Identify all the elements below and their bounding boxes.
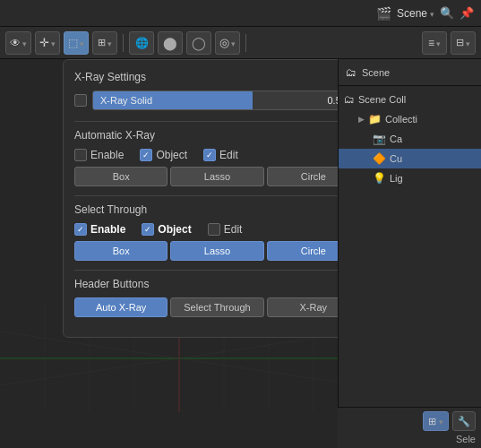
auto-options-row: Enable ✓ Object ✓ Edit	[74, 149, 338, 161]
select-label: Sele	[456, 434, 476, 444]
collection-label: Collecti	[385, 114, 417, 125]
scene-tree-icon: 🗂	[346, 66, 356, 79]
scene-label: Scene	[397, 7, 427, 20]
ring-icon: ◯	[192, 36, 206, 50]
scene-collection-item[interactable]: 🗂 Scene Coll	[339, 90, 481, 109]
ring-btn[interactable]: ◯	[186, 31, 211, 55]
auto-xray-title: Automatic X-Ray	[74, 129, 338, 142]
sel-enable-checkbox[interactable]: ✓	[74, 223, 87, 236]
cursor-dropdown-icon	[51, 37, 56, 49]
top-bar: 🎬 Scene 🔍 📌	[0, 0, 481, 27]
sel-circle-btn[interactable]: Circle	[267, 241, 338, 261]
header-buttons-title: Header Buttons	[74, 278, 338, 290]
search-icon[interactable]: 🔍	[440, 6, 454, 20]
auto-edit-checkbox[interactable]: ✓	[203, 149, 216, 161]
toolbar-sep-2	[245, 34, 246, 52]
wrench-btn[interactable]: 🔧	[452, 411, 476, 431]
viewport-icon: ⬚	[68, 37, 78, 49]
auto-enable-checkbox[interactable]	[74, 149, 87, 161]
right-panel-header: 🗂 Scene	[339, 59, 481, 86]
cube-label: Cu	[390, 153, 402, 164]
light-label: Lig	[390, 173, 403, 184]
view-dropdown-icon	[22, 37, 27, 49]
auto-object-checkbox[interactable]: ✓	[140, 149, 152, 161]
select-type-icon: ⊞	[98, 37, 106, 48]
auto-circle-btn[interactable]: Circle	[267, 167, 338, 186]
select-through-title: Select Through	[74, 203, 338, 216]
sel-object-checkbox[interactable]: ✓	[142, 223, 154, 236]
toolbar-sep-1	[123, 34, 124, 52]
pin-icon[interactable]: 📌	[460, 6, 474, 20]
auto-xray-section: Automatic X-Ray Enable ✓ Object ✓ Edit	[74, 129, 338, 186]
auto-edit-label[interactable]: ✓ Edit	[203, 149, 238, 161]
hdr-auto-xray-btn[interactable]: Auto X-Ray	[74, 297, 167, 317]
hdr-select-through-btn[interactable]: Select Through	[170, 297, 263, 317]
camera-item[interactable]: 📷 Ca	[339, 129, 481, 149]
main-area: X-Ray Settings X-Ray Solid 0.500 Automat…	[0, 59, 481, 448]
auto-object-label[interactable]: ✓ Object	[140, 149, 187, 161]
auto-edit-text: Edit	[219, 149, 238, 161]
auto-lasso-btn[interactable]: Lasso	[170, 167, 263, 186]
collection-item[interactable]: ▶ 📁 Collecti	[339, 109, 481, 129]
hdr-xray-btn[interactable]: X-Ray	[267, 297, 338, 317]
globe-icon: 🌐	[135, 37, 149, 49]
sel-edit-checkbox[interactable]	[208, 223, 220, 236]
circle1-btn[interactable]: ⬤	[158, 31, 183, 55]
overlay-dropdown-icon	[231, 37, 236, 49]
scene-collection-label: Scene Coll	[358, 94, 406, 105]
viewport-btn[interactable]: ⬚	[64, 31, 89, 55]
scene-dropdown[interactable]: Scene	[397, 7, 434, 20]
properties-btn[interactable]: ⊞	[423, 411, 449, 431]
right-panel-dropdown-icon	[436, 37, 441, 49]
toolbar: 👁 ✛ ⬚ ⊞ 🌐 ⬤ ◯ ◎ ≡ ⊟	[0, 27, 481, 59]
right-panel: 🗂 Scene 🗂 Scene Coll ▶ 📁 Collecti 📷 Ca	[338, 59, 481, 448]
sel-box-btn[interactable]: Box	[74, 241, 167, 261]
auto-button-row: Box Lasso Circle	[74, 167, 338, 186]
cursor-btn[interactable]: ✛	[35, 31, 60, 55]
collection-icon: 📁	[368, 113, 382, 125]
collection-arrow-icon: ▶	[358, 115, 365, 124]
sel-edit-text: Edit	[224, 223, 243, 236]
header-button-row: Auto X-Ray Select Through X-Ray	[74, 297, 338, 317]
camera-icon: 📷	[373, 133, 386, 145]
outliner-btn[interactable]: ⊟	[451, 31, 476, 55]
wrench-icon: 🔧	[458, 416, 470, 427]
light-icon: 💡	[373, 172, 386, 185]
scene-tree: 🗂 Scene Coll ▶ 📁 Collecti 📷 Ca 🔶	[339, 86, 481, 192]
eye-icon: 👁	[10, 37, 21, 49]
view-btn[interactable]: 👁	[5, 31, 31, 55]
sel-edit-label[interactable]: Edit	[208, 223, 243, 236]
outliner-dropdown-icon	[466, 37, 470, 49]
camera-label: Ca	[390, 134, 402, 144]
outliner-icon: ⊟	[456, 37, 464, 48]
sel-enable-label[interactable]: ✓ Enable	[74, 223, 125, 236]
cube-item[interactable]: 🔶 Cu	[339, 149, 481, 168]
sel-lasso-btn[interactable]: Lasso	[170, 241, 263, 261]
xray-solid-bar[interactable]: X-Ray Solid 0.500	[92, 90, 338, 110]
xray-settings-title: X-Ray Settings	[74, 71, 338, 83]
right-bottom-bar: ⊞ 🔧 Sele	[338, 407, 481, 448]
scene-collection-icon: 🗂	[344, 93, 355, 106]
right-panel-btn[interactable]: ≡	[422, 31, 447, 55]
cursor-icon: ✛	[39, 36, 49, 49]
sel-object-label[interactable]: ✓ Object	[142, 223, 191, 236]
xray-solid-checkbox[interactable]	[74, 94, 87, 107]
right-bottom-buttons: ⊞ 🔧	[423, 411, 476, 431]
xray-solid-label: X-Ray Solid	[100, 95, 152, 106]
overlay-btn[interactable]: ◎	[215, 31, 240, 55]
scene-icon: 🎬	[376, 6, 391, 21]
auto-enable-label[interactable]: Enable	[74, 149, 124, 161]
right-panel-icon: ≡	[428, 37, 434, 49]
light-item[interactable]: 💡 Lig	[339, 168, 481, 188]
auto-enable-text: Enable	[90, 149, 124, 161]
select-through-section: Select Through ✓ Enable ✓ Object Edit	[74, 203, 338, 261]
scene-chevron-icon	[430, 7, 434, 20]
viewport-dropdown-icon	[80, 37, 84, 49]
select-type-btn[interactable]: ⊞	[92, 31, 117, 55]
xray-solid-value: 0.500	[327, 95, 338, 106]
globe-btn[interactable]: 🌐	[129, 31, 154, 55]
auto-box-btn[interactable]: Box	[74, 167, 167, 186]
viewport[interactable]: X-Ray Settings X-Ray Solid 0.500 Automat…	[0, 59, 338, 448]
xray-solid-row: X-Ray Solid 0.500	[74, 90, 338, 110]
circle1-icon: ⬤	[163, 36, 177, 50]
